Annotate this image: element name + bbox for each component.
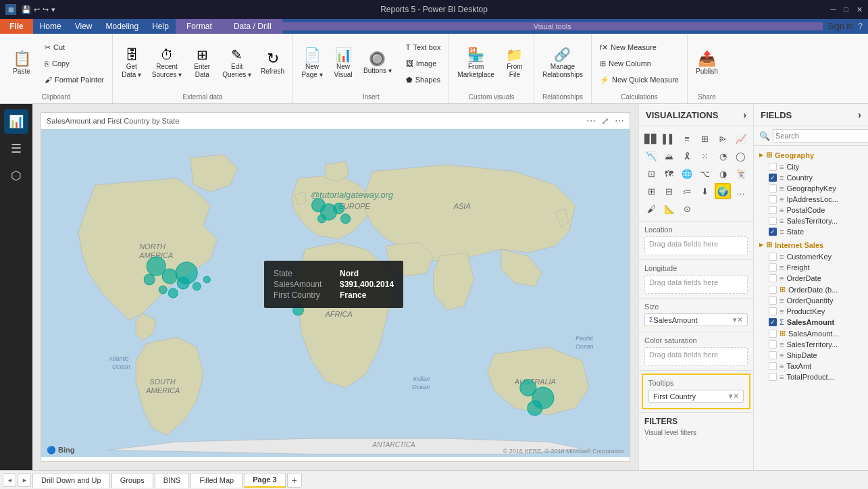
freight-checkbox[interactable] [769,263,777,272]
salesterritory-is-checkbox[interactable] [769,340,777,349]
viz-clustered-bar-icon[interactable]: ⊞ [697,130,713,147]
field-orderdate[interactable]: ≡ OrderDate [754,273,868,284]
viz-pie-icon[interactable]: ◔ [715,148,731,164]
customerkey-checkbox[interactable] [769,253,777,261]
field-salesamount-b[interactable]: ⊞ SalesAmount... [754,328,868,339]
viz-line-icon[interactable]: 📉 [643,148,659,164]
state-checkbox[interactable]: ✓ [769,228,777,236]
orderdate-checkbox[interactable] [769,274,777,282]
geographykey-checkbox[interactable] [769,184,777,192]
viz-matrix-icon[interactable]: ⊟ [661,183,678,199]
fields-panel-expand[interactable]: › [858,109,861,120]
help-icon[interactable]: ? [858,22,863,31]
viz-area-icon[interactable]: ⛰ [661,148,678,164]
field-freight[interactable]: ≡ Freight [754,262,868,273]
viz-scatter-icon[interactable]: ⁙ [697,148,713,164]
cut-button[interactable]: ✂Cut [41,40,108,55]
field-orderquantity[interactable]: ≡ OrderQuantity [754,295,868,306]
shapes-button[interactable]: ⬟ Shapes [402,72,445,87]
viz-gauge-icon[interactable]: ◑ [715,165,731,182]
field-postalcode[interactable]: ≡ PostalCode [754,205,868,215]
paste-button[interactable]: 📋 Paste [4,38,39,89]
new-page-button[interactable]: 📄 NewPage ▾ [297,38,327,89]
viz-panel-expand[interactable]: › [743,109,746,120]
postalcode-checkbox[interactable] [769,206,777,214]
menu-home[interactable]: Home [33,19,68,34]
viz-donut-icon[interactable]: ◯ [733,148,749,164]
field-salesterritory[interactable]: ≡ SalesTerritory... [754,215,868,226]
location-dropzone[interactable]: Drag data fields here [644,236,748,255]
from-marketplace-button[interactable]: 🏪 FromMarketplace [453,38,498,89]
viz-paint-icon[interactable]: 🖌 [643,201,659,217]
viz-100col-icon[interactable]: ⫸ [715,130,731,147]
signin-area[interactable]: Sign in ? [823,22,868,31]
viz-table-icon[interactable]: ⊞ [643,183,659,199]
sidebar-report-view[interactable]: 📊 [4,109,28,134]
tab-filled-map[interactable]: Filled Map [190,473,242,488]
manage-relationships-button[interactable]: 🔗 ManageRelationships [538,38,587,89]
signin-button[interactable]: Sign in [828,22,853,31]
menu-data-drill[interactable]: Data / Drill [223,19,282,34]
menu-help[interactable]: Help [145,19,176,34]
new-measure-button[interactable]: f✕ New Measure [596,40,683,55]
city-checkbox[interactable] [769,163,777,171]
viz-line-bar-icon[interactable]: 📈 [733,130,749,147]
new-column-button[interactable]: ⊞ New Column [596,56,683,71]
window-controls[interactable]: ─ □ ✕ [831,5,863,14]
refresh-button[interactable]: ↻ Refresh [257,38,288,89]
format-painter-button[interactable]: 🖌Format Painter [41,72,108,87]
minimize-button[interactable]: ─ [831,5,836,14]
longitude-dropzone[interactable]: Drag data fields here [644,275,748,294]
viz-bar-icon[interactable]: ▊▊ [643,130,659,147]
field-salesamount[interactable]: ✓ Σ SalesAmount [754,317,868,328]
field-shipdate[interactable]: ≡ ShipDate [754,350,868,361]
visual-container[interactable]: SalesAmount and First Country by State ⋯… [41,112,630,462]
add-tab-button[interactable]: + [287,473,302,488]
tab-bins[interactable]: BINS [155,473,190,488]
tab-nav-next[interactable]: ▸ [18,473,31,487]
tab-groups[interactable]: Groups [111,473,153,488]
buttons-button[interactable]: 🔘 Buttons ▾ [359,38,396,89]
publish-button[interactable]: 📤 Publish [692,38,722,89]
field-group-geography-header[interactable]: ▸ ⊞ Geography [754,149,868,161]
size-tag[interactable]: Σ SalesAmount ▾ ✕ [644,313,748,326]
tooltips-tag[interactable]: First Country ▾ ✕ [648,390,744,403]
viz-globe-icon[interactable]: 🌍 [715,183,731,199]
field-country[interactable]: ✓ ≡ Country [754,172,868,183]
color-saturation-dropzone[interactable]: Drag data fields here [644,347,748,366]
new-quick-measure-button[interactable]: ⚡ New Quick Measure [596,72,683,87]
field-group-internet-sales-header[interactable]: ▸ ⊞ Internet Sales [754,238,868,251]
menu-view[interactable]: View [68,19,99,34]
country-checkbox[interactable]: ✓ [769,174,777,182]
productkey-checkbox[interactable] [769,307,777,315]
tab-drill-down[interactable]: Drill Down and Up [32,473,110,488]
viz-more-icon[interactable]: … [733,183,749,199]
tab-nav-prev[interactable]: ◂ [3,473,16,487]
image-button[interactable]: 🖼 Image [402,56,445,71]
field-salesterritory-is[interactable]: ≡ SalesTerritory... [754,339,868,350]
shipdate-checkbox[interactable] [769,351,777,359]
menu-modeling[interactable]: Modeling [99,19,145,34]
from-file-button[interactable]: 📁 FromFile [500,38,530,89]
sidebar-model-view[interactable]: ⬡ [4,163,28,188]
field-productkey[interactable]: ≡ ProductKey [754,306,868,317]
viz-100bar-icon[interactable]: ≡ [679,130,695,147]
size-tag-remove[interactable]: ✕ [737,315,743,324]
field-totalproduct[interactable]: ≡ TotalProduct... [754,371,868,382]
field-geographykey[interactable]: ≡ GeographyKey [754,183,868,194]
salesamount-b-checkbox[interactable] [769,330,777,338]
menu-file[interactable]: File [0,19,33,34]
recent-sources-button[interactable]: ⏱ RecentSources ▾ [148,38,186,89]
tooltips-tag-remove[interactable]: ✕ [733,392,739,401]
viz-ribbon-icon[interactable]: 🎗 [679,148,695,164]
sidebar-data-view[interactable]: ☰ [4,136,28,161]
taxamt-checkbox[interactable] [769,362,777,370]
viz-treemap-icon[interactable]: ⊡ [643,165,659,182]
edit-queries-button[interactable]: ✎ EditQueries ▾ [218,38,255,89]
salesterritory-checkbox[interactable] [769,217,777,225]
viz-column-icon[interactable]: ▌▌ [661,130,678,147]
field-customerkey[interactable]: ≡ CustomerKey [754,251,868,262]
viz-analytics-icon[interactable]: ⊙ [679,201,695,217]
viz-waterfall-icon[interactable]: ⬇ [697,183,713,199]
enter-data-button[interactable]: ⊞ EnterData [187,38,217,89]
